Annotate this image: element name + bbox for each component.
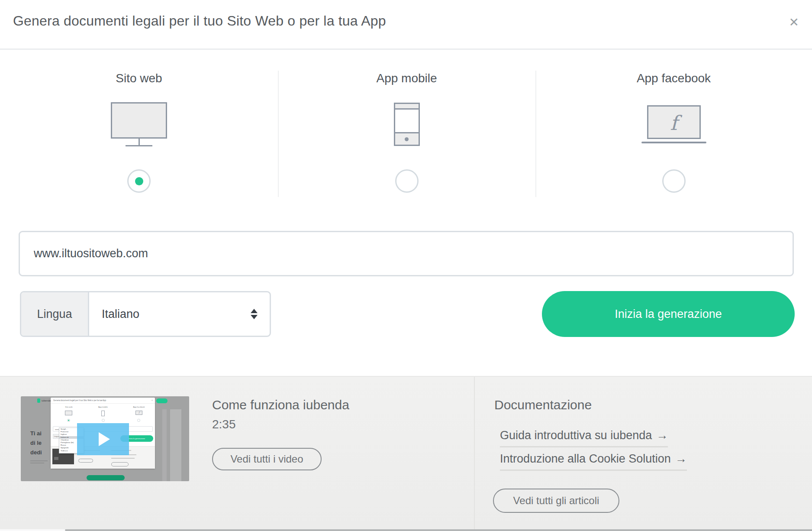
thumb-radio	[102, 419, 105, 422]
section-divider	[474, 377, 475, 530]
thumb-laptop-icon: f	[135, 411, 142, 415]
all-articles-button[interactable]: Vedi tutti gli articoli	[493, 489, 619, 513]
thumb-close-icon: ×	[151, 399, 153, 401]
thumb-phone-icon	[101, 411, 105, 416]
desktop-monitor-icon	[111, 102, 167, 146]
video-thumbnail[interactable]: iubenda Ti ai di le dedi Genera document…	[21, 396, 189, 481]
iubenda-logo-mark	[37, 398, 40, 403]
language-select[interactable]: Lingua Italiano	[20, 291, 271, 337]
radio-sito-web[interactable]	[127, 169, 151, 193]
option-sito-web[interactable]: Sito web	[0, 50, 278, 199]
thumb-headline: Ti ai di le dedi	[30, 429, 42, 457]
thumb-radio	[137, 419, 140, 422]
thumb-background-art	[162, 409, 167, 481]
help-section: iubenda Ti ai di le dedi Genera document…	[0, 376, 812, 529]
option-label: App facebook	[535, 71, 812, 85]
page-backdrop-strip	[0, 529, 812, 531]
language-selected-value: Italiano	[89, 292, 251, 336]
option-app-facebook[interactable]: App facebook f	[535, 50, 812, 199]
video-title: Come funziona iubenda	[212, 398, 349, 412]
iubenda-logo: iubenda	[37, 398, 51, 403]
thumb-radio	[67, 419, 70, 422]
documentation-title: Documentazione	[494, 398, 592, 412]
modal-title: Genera documenti legali per il tuo Sito …	[13, 13, 386, 29]
legal-document-generator-modal: { "colors": { "accent_green": "#1fc690",…	[0, 0, 812, 531]
arrow-right-icon: →	[675, 452, 687, 465]
thumb-monitor-icon	[65, 411, 72, 415]
facebook-laptop-icon: f	[641, 105, 706, 143]
option-app-mobile[interactable]: App mobile	[278, 50, 535, 199]
arrow-right-icon: →	[656, 429, 668, 442]
video-duration: 2:35	[212, 418, 236, 431]
play-button-icon[interactable]	[77, 423, 129, 455]
mobile-phone-icon	[394, 103, 420, 146]
mini-cursor-icon: ➤	[67, 436, 68, 438]
start-generation-button[interactable]: Inizia la generazione	[542, 291, 795, 337]
option-label: App mobile	[278, 71, 535, 85]
thumb-mini-cta	[156, 398, 168, 403]
thumb-bottom-cta	[87, 475, 125, 480]
language-label: Lingua	[21, 292, 89, 336]
link-introduzione-cookie-solution[interactable]: Introduzione alla Cookie Solution→	[500, 452, 687, 471]
device-type-selector: Sito web App mobile App facebook f	[0, 50, 812, 199]
radio-app-mobile[interactable]	[395, 169, 419, 193]
thumb-background-art	[170, 409, 181, 481]
close-icon[interactable]: ✕	[789, 16, 799, 29]
modal-header: Genera documenti legali per il tuo Sito …	[0, 0, 812, 50]
radio-app-facebook[interactable]	[662, 169, 686, 193]
facebook-f-glyph: f	[670, 113, 677, 133]
link-guida-introduttiva[interactable]: Guida introduttiva su iubenda→	[500, 429, 668, 447]
option-label: Sito web	[0, 71, 278, 85]
radio-selected-dot	[135, 177, 143, 185]
all-videos-button[interactable]: Vedi tutti i video	[212, 448, 322, 470]
website-url-input[interactable]	[19, 231, 794, 276]
thumb-paragraph-placeholder	[30, 460, 48, 465]
select-arrows-icon	[251, 292, 270, 336]
